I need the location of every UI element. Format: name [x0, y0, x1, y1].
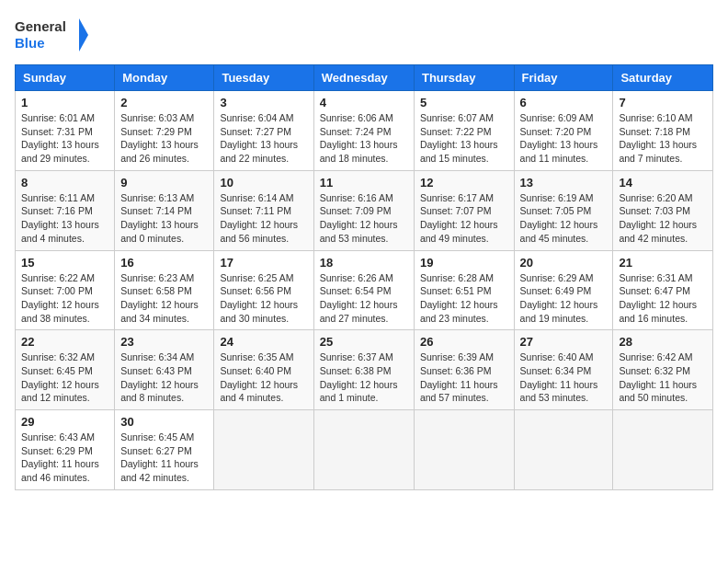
day-info: Sunrise: 6:29 AMSunset: 6:49 PMDaylight:…: [520, 271, 608, 326]
col-header-monday: Monday: [115, 65, 214, 91]
day-info: Sunrise: 6:04 AMSunset: 7:27 PMDaylight:…: [220, 111, 307, 166]
day-info: Sunrise: 6:43 AMSunset: 6:29 PMDaylight:…: [21, 431, 108, 485]
day-number: 1: [21, 96, 108, 109]
day-number: 16: [120, 256, 208, 270]
calendar-cell: 26Sunrise: 6:39 AMSunset: 6:36 PMDayligh…: [414, 330, 514, 410]
calendar-cell: 7Sunrise: 6:10 AMSunset: 7:18 PMDaylight…: [613, 91, 713, 171]
day-info: Sunrise: 6:01 AMSunset: 7:31 PMDaylight:…: [21, 111, 108, 166]
calendar-cell: [313, 410, 414, 490]
calendar-body: 1Sunrise: 6:01 AMSunset: 7:31 PMDaylight…: [16, 91, 713, 490]
day-number: 20: [520, 256, 608, 270]
day-info: Sunrise: 6:16 AMSunset: 7:09 PMDaylight:…: [320, 191, 408, 246]
day-info: Sunrise: 6:45 AMSunset: 6:27 PMDaylight:…: [120, 431, 208, 485]
calendar-cell: [414, 410, 514, 490]
day-number: 26: [420, 335, 508, 349]
calendar-cell: 12Sunrise: 6:17 AMSunset: 7:07 PMDayligh…: [414, 170, 514, 250]
col-header-thursday: Thursday: [414, 65, 514, 91]
day-info: Sunrise: 6:42 AMSunset: 6:32 PMDaylight:…: [619, 350, 707, 405]
calendar-cell: 11Sunrise: 6:16 AMSunset: 7:09 PMDayligh…: [313, 170, 414, 250]
day-number: 8: [21, 176, 108, 190]
calendar-cell: [514, 410, 613, 490]
calendar-header-row: SundayMondayTuesdayWednesdayThursdayFrid…: [16, 65, 713, 91]
calendar-cell: 3Sunrise: 6:04 AMSunset: 7:27 PMDaylight…: [214, 91, 313, 171]
day-number: 22: [21, 335, 108, 349]
col-header-tuesday: Tuesday: [214, 65, 313, 91]
day-number: 17: [220, 256, 307, 270]
calendar-cell: 16Sunrise: 6:23 AMSunset: 6:58 PMDayligh…: [115, 250, 214, 330]
day-info: Sunrise: 6:23 AMSunset: 6:58 PMDaylight:…: [120, 271, 208, 326]
calendar-cell: 1Sunrise: 6:01 AMSunset: 7:31 PMDaylight…: [16, 91, 115, 171]
day-info: Sunrise: 6:06 AMSunset: 7:24 PMDaylight:…: [320, 111, 408, 166]
calendar-cell: 27Sunrise: 6:40 AMSunset: 6:34 PMDayligh…: [514, 330, 613, 410]
calendar-cell: 30Sunrise: 6:45 AMSunset: 6:27 PMDayligh…: [115, 410, 214, 490]
day-number: 30: [120, 415, 208, 429]
col-header-wednesday: Wednesday: [313, 65, 414, 91]
day-number: 14: [619, 176, 707, 190]
day-info: Sunrise: 6:25 AMSunset: 6:56 PMDaylight:…: [220, 271, 307, 326]
calendar-cell: 6Sunrise: 6:09 AMSunset: 7:20 PMDaylight…: [514, 91, 613, 171]
day-info: Sunrise: 6:40 AMSunset: 6:34 PMDaylight:…: [520, 350, 608, 405]
day-number: 6: [520, 96, 608, 109]
calendar-cell: 20Sunrise: 6:29 AMSunset: 6:49 PMDayligh…: [514, 250, 613, 330]
day-info: Sunrise: 6:32 AMSunset: 6:45 PMDaylight:…: [21, 350, 108, 405]
day-number: 3: [220, 96, 307, 109]
day-info: Sunrise: 6:28 AMSunset: 6:51 PMDaylight:…: [420, 271, 508, 326]
calendar-cell: 14Sunrise: 6:20 AMSunset: 7:03 PMDayligh…: [613, 170, 713, 250]
calendar-cell: 18Sunrise: 6:26 AMSunset: 6:54 PMDayligh…: [313, 250, 414, 330]
day-number: 11: [320, 176, 408, 190]
day-number: 19: [420, 256, 508, 270]
day-number: 4: [320, 96, 408, 109]
calendar-cell: 29Sunrise: 6:43 AMSunset: 6:29 PMDayligh…: [16, 410, 115, 490]
day-number: 29: [21, 415, 108, 429]
col-header-saturday: Saturday: [613, 65, 713, 91]
page-header: General Blue: [15, 15, 713, 55]
day-number: 15: [21, 256, 108, 270]
day-number: 18: [320, 256, 408, 270]
calendar-table: SundayMondayTuesdayWednesdayThursdayFrid…: [15, 64, 713, 490]
day-info: Sunrise: 6:35 AMSunset: 6:40 PMDaylight:…: [220, 350, 307, 405]
day-info: Sunrise: 6:37 AMSunset: 6:38 PMDaylight:…: [320, 350, 408, 405]
day-number: 28: [619, 335, 707, 349]
day-number: 9: [120, 176, 208, 190]
calendar-cell: 28Sunrise: 6:42 AMSunset: 6:32 PMDayligh…: [613, 330, 713, 410]
day-info: Sunrise: 6:03 AMSunset: 7:29 PMDaylight:…: [120, 111, 208, 166]
calendar-week-4: 22Sunrise: 6:32 AMSunset: 6:45 PMDayligh…: [16, 330, 713, 410]
day-info: Sunrise: 6:11 AMSunset: 7:16 PMDaylight:…: [21, 191, 108, 246]
day-info: Sunrise: 6:17 AMSunset: 7:07 PMDaylight:…: [420, 191, 508, 246]
logo-svg: General Blue: [15, 15, 88, 55]
calendar-cell: 10Sunrise: 6:14 AMSunset: 7:11 PMDayligh…: [214, 170, 313, 250]
day-info: Sunrise: 6:20 AMSunset: 7:03 PMDaylight:…: [619, 191, 707, 246]
svg-text:Blue: Blue: [15, 35, 45, 51]
calendar-cell: 13Sunrise: 6:19 AMSunset: 7:05 PMDayligh…: [514, 170, 613, 250]
calendar-cell: [613, 410, 713, 490]
calendar-cell: 17Sunrise: 6:25 AMSunset: 6:56 PMDayligh…: [214, 250, 313, 330]
day-number: 21: [619, 256, 707, 270]
svg-marker-2: [79, 18, 88, 52]
calendar-cell: 24Sunrise: 6:35 AMSunset: 6:40 PMDayligh…: [214, 330, 313, 410]
day-info: Sunrise: 6:09 AMSunset: 7:20 PMDaylight:…: [520, 111, 608, 166]
day-info: Sunrise: 6:22 AMSunset: 7:00 PMDaylight:…: [21, 271, 108, 326]
calendar-week-1: 1Sunrise: 6:01 AMSunset: 7:31 PMDaylight…: [16, 91, 713, 171]
day-number: 12: [420, 176, 508, 190]
col-header-friday: Friday: [514, 65, 613, 91]
svg-text:General: General: [15, 18, 66, 34]
day-number: 10: [220, 176, 307, 190]
day-number: 7: [619, 96, 707, 109]
calendar-cell: 22Sunrise: 6:32 AMSunset: 6:45 PMDayligh…: [16, 330, 115, 410]
col-header-sunday: Sunday: [16, 65, 115, 91]
calendar-week-5: 29Sunrise: 6:43 AMSunset: 6:29 PMDayligh…: [16, 410, 713, 490]
calendar-cell: 23Sunrise: 6:34 AMSunset: 6:43 PMDayligh…: [115, 330, 214, 410]
day-info: Sunrise: 6:13 AMSunset: 7:14 PMDaylight:…: [120, 191, 208, 246]
calendar-cell: 21Sunrise: 6:31 AMSunset: 6:47 PMDayligh…: [613, 250, 713, 330]
day-info: Sunrise: 6:19 AMSunset: 7:05 PMDaylight:…: [520, 191, 608, 246]
logo: General Blue: [15, 15, 88, 55]
day-number: 25: [320, 335, 408, 349]
day-info: Sunrise: 6:26 AMSunset: 6:54 PMDaylight:…: [320, 271, 408, 326]
calendar-cell: 5Sunrise: 6:07 AMSunset: 7:22 PMDaylight…: [414, 91, 514, 171]
day-info: Sunrise: 6:31 AMSunset: 6:47 PMDaylight:…: [619, 271, 707, 326]
calendar-cell: 19Sunrise: 6:28 AMSunset: 6:51 PMDayligh…: [414, 250, 514, 330]
day-info: Sunrise: 6:07 AMSunset: 7:22 PMDaylight:…: [420, 111, 508, 166]
day-number: 27: [520, 335, 608, 349]
calendar-week-2: 8Sunrise: 6:11 AMSunset: 7:16 PMDaylight…: [16, 170, 713, 250]
calendar-cell: 4Sunrise: 6:06 AMSunset: 7:24 PMDaylight…: [313, 91, 414, 171]
